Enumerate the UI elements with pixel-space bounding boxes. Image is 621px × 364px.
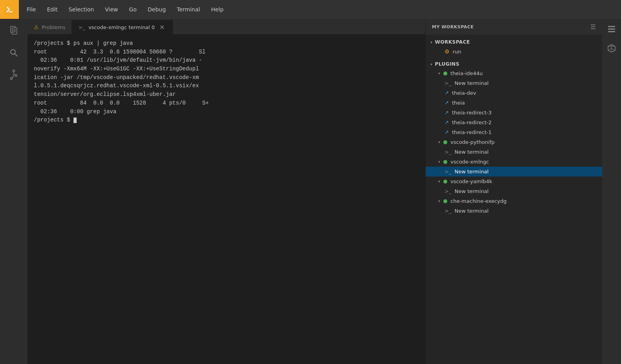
che-machine-execydg-terminal-item[interactable]: >_ New terminal [426,206,602,216]
terminal-icon: >_ [445,149,451,155]
editor-area: ⚠ Problems >_ vscode-xmlngc terminal 0 ✕… [28,19,425,364]
svg-line-18 [608,48,612,50]
theia-item[interactable]: ↗ theia [426,98,602,108]
theia-redirect-1-label: theia-redirect-1 [452,129,492,135]
terminal-output[interactable]: /projects $ ps aux | grep java root 42 3… [28,35,425,364]
vscode-pythonifp-terminal-item[interactable]: >_ New terminal [426,147,602,157]
workspace-chevron-icon: ▾ [430,40,433,44]
tab-close-button[interactable]: ✕ [158,23,166,32]
workspace-section-label: WORKSPACE [435,39,470,45]
theia-ide44u-terminal-item[interactable]: >_ New terminal [426,78,602,88]
vscode-xmlngc-label: vscode-xmlngc [450,159,489,165]
vscode-yamlb4k-chevron-icon: ▾ [438,179,440,184]
vscode-yamlb4k-label: vscode-yamlb4k [450,178,492,184]
terminal-text: /projects $ ps aux | grep java root 42 3… [34,39,419,125]
external-link-icon: ↗ [445,100,449,106]
menu-view[interactable]: View [100,4,123,15]
titlebar: File Edit Selection View Go Debug Termin… [0,0,621,19]
theia-redirect-1-item[interactable]: ↗ theia-redirect-1 [426,127,602,137]
svg-line-19 [612,48,615,50]
workspace-run-label: run [453,49,461,55]
vscode-yamlb4k-terminal-label: New terminal [454,188,489,194]
vscode-yamlb4k-status-dot [443,180,447,184]
vscode-xmlngc-status-dot [443,160,447,164]
external-link-icon: ↗ [445,110,449,116]
theia-redirect-3-item[interactable]: ↗ theia-redirect-3 [426,108,602,118]
terminal-icon: >_ [445,80,451,86]
menu-go[interactable]: Go [124,4,141,15]
menu-bar: File Edit Selection View Go Debug Termin… [19,4,231,15]
plugin-che-machine-execydg[interactable]: ▾ che-machine-execydg [426,196,602,206]
main-layout: ⚠ Problems >_ vscode-xmlngc terminal 0 ✕… [0,19,621,364]
plugin-vscode-xmlngc[interactable]: ▾ vscode-xmlngc [426,157,602,167]
external-link-icon: ↗ [445,90,449,96]
terminal-icon: >_ [445,169,451,175]
warn-icon: ⚠ [34,24,39,30]
svg-rect-13 [608,29,615,30]
plugin-vscode-yamlb4k[interactable]: ▾ vscode-yamlb4k [426,176,602,186]
tab-problems-label: Problems [42,24,66,30]
svg-point-8 [13,70,15,72]
activity-search-icon[interactable] [5,44,22,61]
vscode-xmlngc-terminal-item[interactable]: >_ New terminal [426,167,602,176]
theia-ide44u-terminal-label: New terminal [454,80,489,86]
external-link-icon: ↗ [445,119,449,125]
vscode-xmlngc-chevron-icon: ▾ [438,160,440,164]
far-right-cube-icon[interactable] [604,41,619,55]
vscode-pythonifp-status-dot [443,140,447,144]
vscode-pythonifp-chevron-icon: ▾ [438,140,440,144]
tab-problems[interactable]: ⚠ Problems [28,20,72,34]
menu-debug[interactable]: Debug [143,4,171,15]
terminal-icon: >_ [445,188,451,194]
menu-file[interactable]: File [22,4,40,15]
far-right-list-icon[interactable] [604,22,619,36]
plugins-section: ▾ Plugins ▾ theia-ide44u >_ New terminal… [426,58,602,217]
svg-line-7 [15,54,18,57]
gear-icon: ⚙ [445,48,450,55]
theia-redirect-2-label: theia-redirect-2 [452,119,492,125]
tree-view: ▾ WORKSPACE ⚙ run ▾ Plugins ▾ the [426,35,602,364]
activity-git-icon[interactable] [5,66,22,83]
menu-selection[interactable]: Selection [64,4,99,15]
right-panel-header: MY WORKSPACE ☰ [426,19,602,35]
plugin-vscode-pythonifp[interactable]: ▾ vscode-pythonifp [426,137,602,147]
menu-help[interactable]: Help [206,4,228,15]
panel-menu-icon[interactable]: ☰ [590,23,596,31]
menu-terminal[interactable]: Terminal [172,4,205,15]
vscode-xmlngc-terminal-label: New terminal [454,169,489,175]
right-panel-title: MY WORKSPACE [432,24,474,29]
theia-dev-label: theia-dev [452,90,476,96]
terminal-cursor [73,118,77,123]
vscode-yamlb4k-terminal-item[interactable]: >_ New terminal [426,186,602,196]
workspace-section-header[interactable]: ▾ WORKSPACE [426,38,602,46]
che-machine-execydg-label: che-machine-execydg [450,198,507,204]
terminal-icon: >_ [445,208,451,214]
svg-rect-14 [608,31,615,32]
vscode-pythonifp-terminal-label: New terminal [454,149,489,155]
plugins-section-label: Plugins [435,61,459,67]
svg-point-9 [11,78,13,80]
far-right-bar [602,19,621,364]
plugin-theia-ide44u[interactable]: ▾ theia-ide44u [426,68,602,78]
theia-redirect-3-label: theia-redirect-3 [452,110,492,116]
tabs-bar: ⚠ Problems >_ vscode-xmlngc terminal 0 ✕ [28,19,425,35]
theia-label: theia [452,100,465,106]
che-machine-execydg-status-dot [443,199,447,203]
plugins-chevron-icon: ▾ [430,62,433,66]
che-machine-execydg-chevron-icon: ▾ [438,199,440,203]
svg-rect-12 [608,26,615,27]
vscode-pythonifp-label: vscode-pythonifp [450,139,494,145]
tab-terminal[interactable]: >_ vscode-xmlngc terminal 0 ✕ [72,20,173,34]
app-icon[interactable] [0,0,19,19]
activity-files-icon[interactable] [5,22,22,39]
theia-dev-item[interactable]: ↗ theia-dev [426,88,602,98]
theia-ide44u-label: theia-ide44u [450,70,483,76]
plugins-section-header[interactable]: ▾ Plugins [426,60,602,68]
theia-ide44u-chevron-icon: ▾ [438,71,440,75]
theia-redirect-2-item[interactable]: ↗ theia-redirect-2 [426,118,602,127]
menu-edit[interactable]: Edit [42,4,62,15]
external-link-icon: ↗ [445,129,449,135]
workspace-run-item[interactable]: ⚙ run [426,46,602,57]
terminal-tab-icon: >_ [78,24,85,30]
tab-terminal-label: vscode-xmlngc terminal 0 [88,24,155,30]
